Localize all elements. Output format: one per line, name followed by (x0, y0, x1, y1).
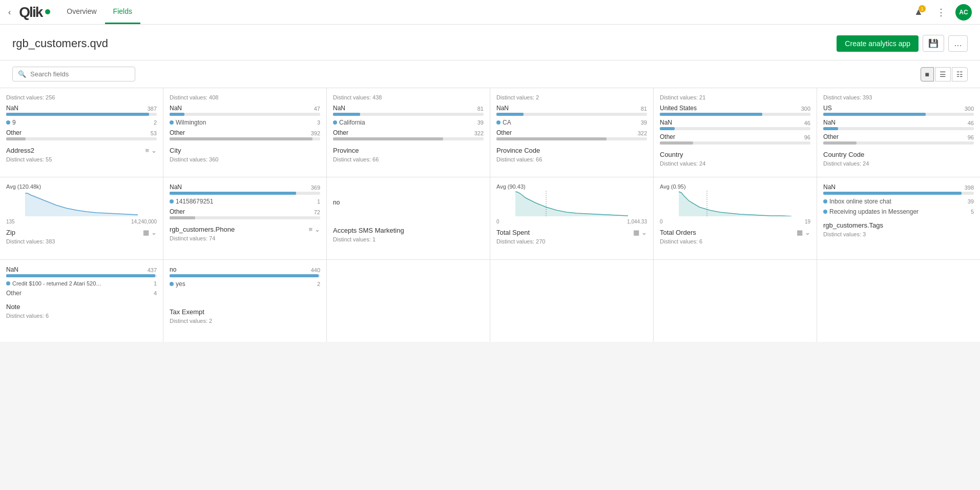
chevron-down-icon[interactable]: ⌄ (151, 229, 157, 236)
field-card-province-partial: Distinct values: 438 NaN 81 California 3… (327, 88, 490, 177)
grid-view-button[interactable]: ■ (921, 67, 934, 81)
list-item: no 440 (170, 266, 320, 277)
list-item: NaN 46 (823, 119, 974, 130)
field-card-empty-4 (817, 260, 980, 342)
field-card-tags: NaN 398 Inbox online store chat 39 Recei… (817, 177, 980, 259)
field-card-city-partial: Distinct values: 408 NaN 47 Wilmington 3… (163, 88, 326, 177)
save-button[interactable]: 💾 (923, 35, 944, 52)
avatar[interactable]: AC (955, 4, 972, 21)
list-item: NaN 81 (496, 105, 647, 116)
header-left: ‹ Qlik Overview Fields (8, 0, 140, 24)
field-card-total-orders: Avg (0.95) 0 19 Total Orders ▦ ⌄ Distinc… (654, 177, 817, 259)
field-card-empty-1 (327, 260, 490, 342)
field-card-tax-exempt: no 440 yes 2 Tax Exempt Distinct values:… (163, 260, 326, 342)
svg-marker-3 (679, 192, 791, 216)
field-card-empty-2 (490, 260, 653, 342)
list-item: NaN 398 (823, 183, 974, 195)
list-item: Other 53 (6, 129, 157, 140)
list-item: Other 72 (170, 208, 320, 219)
page-header: rgb_customers.qvd Create analytics app 💾… (0, 25, 980, 60)
create-analytics-app-button[interactable]: Create analytics app (837, 35, 919, 52)
field-card-accepts-sms: no Accepts SMS Marketing Distinct values… (327, 177, 490, 259)
chevron-down-icon[interactable]: ⌄ (151, 147, 157, 154)
sort-icon[interactable]: ≡ (308, 226, 312, 233)
list-item: US 300 (823, 105, 974, 116)
chevron-down-icon[interactable]: ⌄ (315, 226, 320, 233)
list-item: United States 300 (660, 105, 810, 116)
table-view-button[interactable]: ☷ (952, 67, 968, 81)
list-item: Other 96 (660, 133, 810, 145)
total-orders-chart (660, 191, 810, 216)
list-item: NaN 46 (660, 119, 810, 130)
search-input[interactable] (30, 70, 130, 78)
chart-type-icon[interactable]: ▦ (633, 229, 639, 236)
total-spent-chart (496, 191, 647, 216)
grid-scroll-wrap[interactable]: Distinct values: 256 NaN 387 9 2 Other 5… (0, 88, 980, 487)
svg-marker-0 (25, 193, 138, 216)
zip-chart (6, 191, 157, 216)
fields-grid: Distinct values: 256 NaN 387 9 2 Other 5… (0, 88, 980, 342)
more-options-button[interactable]: … (948, 35, 968, 52)
list-item: NaN 437 (6, 266, 157, 277)
list-item: Other 392 (170, 129, 320, 140)
page-header-actions: Create analytics app 💾 … (837, 35, 968, 52)
field-card-country-partial: Distinct values: 21 United States 300 Na… (654, 88, 817, 177)
list-item: NaN 47 (170, 105, 320, 116)
notification-badge: 1 (919, 5, 926, 12)
field-card-address1-partial: Distinct values: 256 NaN 387 9 2 Other 5… (0, 88, 163, 177)
field-card-country-code-partial: Distinct values: 393 US 300 NaN 46 Other (817, 88, 980, 177)
nav-tabs: Overview Fields (58, 0, 140, 24)
sort-icon[interactable]: ≡ (145, 147, 149, 154)
list-view-button[interactable]: ☰ (935, 67, 951, 81)
field-card-phone: NaN 369 14158679251 1 Other 72 rgb_cust (163, 177, 326, 259)
chevron-down-icon[interactable]: ⌄ (641, 229, 647, 236)
header-right: ▲ 1 ⋮ AC (910, 4, 972, 21)
grid-icon: ⋮ (936, 7, 946, 18)
chart-type-icon[interactable]: ▦ (143, 229, 149, 236)
field-card-province-code-partial: Distinct values: 2 NaN 81 CA 39 Other 32… (490, 88, 653, 177)
list-item: NaN 369 (170, 183, 320, 195)
back-button[interactable]: ‹ (8, 8, 11, 17)
page-title: rgb_customers.qvd (12, 37, 108, 50)
logo: Qlik (19, 4, 50, 21)
chevron-down-icon[interactable]: ⌄ (805, 229, 810, 236)
field-card-note: NaN 437 Credit $100 - returned 2 Atari 5… (0, 260, 163, 342)
tab-overview[interactable]: Overview (58, 0, 105, 24)
toolbar: 🔍 ■ ☰ ☷ (0, 60, 980, 88)
field-card-empty-3 (654, 260, 817, 342)
search-box[interactable]: 🔍 (12, 67, 135, 81)
app-header: ‹ Qlik Overview Fields ▲ 1 ⋮ AC (0, 0, 980, 25)
tab-fields[interactable]: Fields (105, 0, 140, 24)
notifications-button[interactable]: ▲ 1 (910, 4, 927, 21)
view-toggles: ■ ☰ ☷ (921, 67, 968, 81)
logo-text: Qlik (19, 4, 42, 21)
field-card-total-spent: Avg (90.43) 0 1,044.33 Total Spent ▦ ⌄ D… (490, 177, 653, 259)
apps-grid-button[interactable]: ⋮ (933, 4, 949, 21)
list-item: NaN 81 (333, 105, 484, 116)
logo-dot (45, 9, 50, 14)
list-item: Other 96 (823, 133, 974, 145)
field-card-zip: Avg (120.48k) 135 14,240,000 Zip ▦ ⌄ Dis… (0, 177, 163, 259)
search-icon: 🔍 (18, 70, 26, 78)
list-item: NaN 387 (6, 105, 157, 116)
list-item: Other 322 (496, 129, 647, 140)
chart-type-icon[interactable]: ▦ (797, 229, 803, 236)
list-item: Other 322 (333, 129, 484, 140)
